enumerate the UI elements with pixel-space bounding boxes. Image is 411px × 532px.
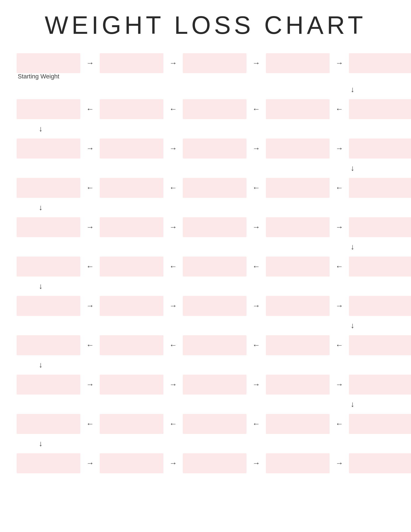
cell-4-3[interactable]	[183, 178, 246, 198]
cell-1-5[interactable]	[349, 53, 411, 73]
arrow-3-2: →	[163, 144, 183, 153]
arrow-2-3: ←	[246, 105, 266, 114]
arrow-5-1: →	[80, 223, 100, 232]
arrow-8-2: ←	[163, 341, 183, 350]
cell-3-3[interactable]	[183, 139, 246, 158]
left-down-4: ↓	[17, 203, 80, 212]
cell-3-4[interactable]	[266, 139, 330, 158]
cell-8-1[interactable]	[17, 335, 80, 355]
arrow-3-1: →	[80, 144, 100, 153]
chart-row-8: ← ← ← ←	[17, 333, 394, 358]
cell-1-4[interactable]	[266, 53, 330, 73]
arrow-4-3: ←	[246, 183, 266, 192]
cell-2-4[interactable]	[266, 99, 330, 119]
cell-8-5[interactable]	[349, 335, 411, 355]
page-title: WEIGHT LOSS CHART	[17, 11, 394, 40]
starting-weight-label: Starting Weight	[17, 73, 394, 80]
arrow-8-3: ←	[246, 341, 266, 350]
chart-row-9: → → → →	[17, 372, 394, 397]
cell-5-1[interactable]	[17, 217, 80, 237]
cell-4-5[interactable]	[349, 178, 411, 198]
down-arrow-2: ↓	[39, 124, 43, 133]
cell-8-4[interactable]	[266, 335, 330, 355]
right-down-3: ↓	[17, 164, 377, 173]
cell-8-3[interactable]	[183, 335, 246, 355]
cell-8-2[interactable]	[100, 335, 163, 355]
cell-7-5[interactable]	[349, 296, 411, 316]
cell-11-4[interactable]	[266, 453, 330, 473]
between-7-8: ↓	[17, 318, 394, 333]
arrow-7-3: →	[246, 301, 266, 310]
between-3-4: ↓	[17, 161, 394, 175]
arrow-6-4: ←	[330, 262, 349, 271]
cell-10-1[interactable]	[17, 414, 80, 434]
left-down-10: ↓	[17, 439, 80, 448]
arrow-11-3: →	[246, 459, 266, 468]
arrow-9-4: →	[330, 380, 349, 389]
down-arrow-7: ↓	[351, 321, 355, 330]
chart-row-5: → → → →	[17, 215, 394, 240]
cell-7-2[interactable]	[100, 296, 163, 316]
cell-4-4[interactable]	[266, 178, 330, 198]
chart-row-4: ← ← ← ←	[17, 175, 394, 200]
cell-6-5[interactable]	[349, 257, 411, 277]
arrow-4-1: ←	[80, 183, 100, 192]
cell-3-5[interactable]	[349, 139, 411, 158]
cell-1-3[interactable]	[183, 53, 246, 73]
cell-2-2[interactable]	[100, 99, 163, 119]
arrow-6-2: ←	[163, 262, 183, 271]
cell-10-5[interactable]	[349, 414, 411, 434]
arrow-10-4: ←	[330, 420, 349, 428]
cell-3-1[interactable]	[17, 139, 80, 158]
chart-row-2: ← ← ← ←	[17, 97, 394, 122]
cell-9-5[interactable]	[349, 375, 411, 395]
cell-9-3[interactable]	[183, 375, 246, 395]
cell-6-4[interactable]	[266, 257, 330, 277]
arrow-5-3: →	[246, 223, 266, 232]
cell-3-2[interactable]	[100, 139, 163, 158]
arrow-10-3: ←	[246, 420, 266, 428]
page: WEIGHT LOSS CHART → → → → Starting Weigh…	[0, 0, 411, 532]
cell-6-2[interactable]	[100, 257, 163, 277]
cell-1-1[interactable]	[17, 53, 80, 73]
left-down-6: ↓	[17, 282, 80, 291]
arrow-4-4: ←	[330, 183, 349, 192]
cell-4-2[interactable]	[100, 178, 163, 198]
cell-1-2[interactable]	[100, 53, 163, 73]
cell-7-1[interactable]	[17, 296, 80, 316]
cell-7-4[interactable]	[266, 296, 330, 316]
cell-9-1[interactable]	[17, 375, 80, 395]
cell-6-1[interactable]	[17, 257, 80, 277]
right-down-9: ↓	[17, 400, 377, 409]
cell-10-3[interactable]	[183, 414, 246, 434]
cell-2-3[interactable]	[183, 99, 246, 119]
right-down-7: ↓	[17, 321, 377, 330]
cell-11-2[interactable]	[100, 453, 163, 473]
between-10-11: ↓	[17, 436, 394, 451]
cell-10-2[interactable]	[100, 414, 163, 434]
cell-5-2[interactable]	[100, 217, 163, 237]
cell-10-4[interactable]	[266, 414, 330, 434]
cell-2-1[interactable]	[17, 99, 80, 119]
cell-5-5[interactable]	[349, 217, 411, 237]
cell-11-5[interactable]	[349, 453, 411, 473]
arrow-11-4: →	[330, 459, 349, 468]
cell-9-2[interactable]	[100, 375, 163, 395]
cell-4-1[interactable]	[17, 178, 80, 198]
arrow-7-2: →	[163, 301, 183, 310]
down-arrow-9: ↓	[351, 400, 355, 409]
cell-11-1[interactable]	[17, 453, 80, 473]
cell-2-5[interactable]	[349, 99, 411, 119]
cell-5-3[interactable]	[183, 217, 246, 237]
cell-9-4[interactable]	[266, 375, 330, 395]
left-down-2: ↓	[17, 124, 80, 133]
between-2-3: ↓	[17, 122, 394, 136]
down-arrow-10: ↓	[39, 439, 43, 448]
cell-5-4[interactable]	[266, 217, 330, 237]
cell-7-3[interactable]	[183, 296, 246, 316]
cell-6-3[interactable]	[183, 257, 246, 277]
between-9-10: ↓	[17, 397, 394, 411]
arrow-6-1: ←	[80, 262, 100, 271]
cell-11-3[interactable]	[183, 453, 246, 473]
chart-row-6: ← ← ← ←	[17, 254, 394, 279]
